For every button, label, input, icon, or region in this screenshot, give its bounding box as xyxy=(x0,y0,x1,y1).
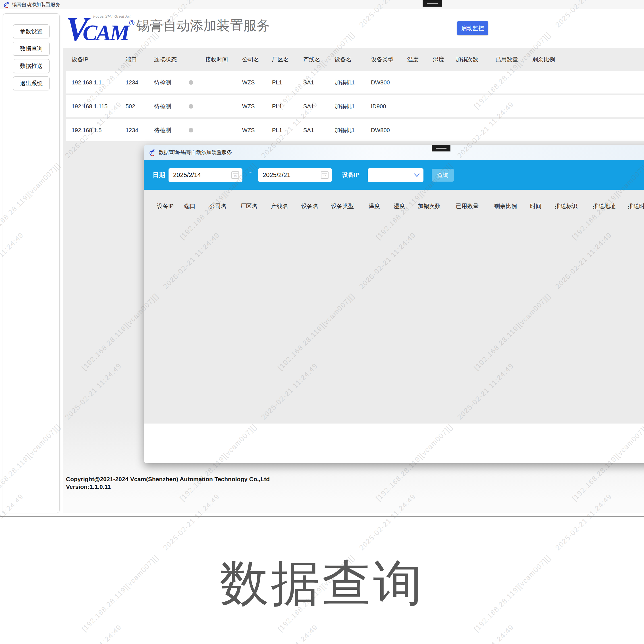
table-row[interactable]: 192.168.1.1 1234 待检测 WZS PL1 SA1 加锡机1 DW… xyxy=(66,71,644,94)
registered-mark-icon: ® xyxy=(129,18,134,27)
cell-company: WZS xyxy=(242,103,272,110)
query-toolbar: 日期 2025/2/14 - 2025/2/21 设备IP 查询 xyxy=(144,160,644,190)
cell-ip: 192.168.1.1 xyxy=(72,79,126,86)
cell-ip: 192.168.1.5 xyxy=(72,127,126,134)
date-to-value: 2025/2/21 xyxy=(263,171,321,179)
logo-tagline: Focus SMT Great Art xyxy=(93,14,131,18)
background-window: 数据查询 xyxy=(0,516,644,644)
sidebar-item-data-query[interactable]: 数据查询 xyxy=(13,42,50,56)
cell-port: 1234 xyxy=(126,79,154,86)
col-company: 公司名 xyxy=(242,56,272,63)
cell-type: DW800 xyxy=(371,127,407,134)
date-from-value: 2025/2/14 xyxy=(173,171,231,179)
cell-line: SA1 xyxy=(303,103,335,110)
version-text: Version:1.1.0.11 xyxy=(66,483,270,491)
qcol-used-amount: 已用数量 xyxy=(456,202,494,210)
query-button[interactable]: 查询 xyxy=(432,169,454,182)
cell-device: 加锡机1 xyxy=(335,79,371,86)
qcol-humidity: 湿度 xyxy=(394,202,418,210)
col-used-amount: 已用数量 xyxy=(495,56,532,63)
col-device-ip: 设备IP xyxy=(72,56,126,63)
cell-port: 1234 xyxy=(126,127,154,134)
col-conn-status: 连接状态 xyxy=(154,56,188,63)
sidebar-item-exit-system[interactable]: 退出系统 xyxy=(13,76,50,90)
qcol-remain-ratio: 剩余比例 xyxy=(494,202,530,210)
cell-type: DW800 xyxy=(371,79,407,86)
chevron-down-icon xyxy=(414,173,420,177)
cell-status: 待检测 xyxy=(154,79,188,86)
col-receive-time: 接收时间 xyxy=(205,56,242,63)
date-to-input[interactable]: 2025/2/21 xyxy=(258,168,332,182)
start-monitor-button[interactable]: 启动监控 xyxy=(457,21,488,35)
qcol-push-time: 推送时间 xyxy=(628,202,644,210)
header: VCAM® Focus SMT Great Art 锡膏自动添加装置服务 启动监… xyxy=(63,9,644,48)
col-temperature: 温度 xyxy=(407,56,433,63)
qcol-line: 产线名 xyxy=(271,202,301,210)
device-rows: 192.168.1.1 1234 待检测 WZS PL1 SA1 加锡机1 DW… xyxy=(66,71,644,141)
cell-device: 加锡机1 xyxy=(335,126,371,134)
cell-company: WZS xyxy=(242,79,272,86)
app-icon xyxy=(3,1,10,8)
table-row[interactable]: 192.168.1.5 1234 待检测 WZS PL1 SA1 加锡机1 DW… xyxy=(66,119,644,141)
calendar-icon[interactable] xyxy=(321,171,329,179)
main-titlebar[interactable]: 锡膏自动添加装置服务 xyxy=(0,0,644,9)
minimize-button[interactable] xyxy=(432,145,450,151)
data-query-window: 数据查询-锡膏自动添加装置服务 日期 2025/2/14 - 2025/2/21… xyxy=(144,145,644,463)
cell-company: WZS xyxy=(242,127,272,134)
col-device-name: 设备名 xyxy=(335,56,371,63)
status-dot-icon xyxy=(189,104,193,109)
cell-factory: PL1 xyxy=(272,79,303,86)
query-table-header: 设备IP 端口 公司名 厂区名 产线名 设备名 设备类型 温度 湿度 加锡次数 … xyxy=(144,190,644,210)
status-dot-icon xyxy=(189,80,193,85)
cell-factory: PL1 xyxy=(272,103,303,110)
qcol-time: 时间 xyxy=(530,202,555,210)
qcol-device-name: 设备名 xyxy=(301,202,331,210)
app-icon xyxy=(148,149,156,156)
page-title: 锡膏自动添加装置服务 xyxy=(136,17,270,35)
qcol-temperature: 温度 xyxy=(369,202,394,210)
cell-device: 加锡机1 xyxy=(335,103,371,110)
qcol-push-address: 推送地址 xyxy=(593,202,628,210)
sidebar-item-data-push[interactable]: 数据推送 xyxy=(13,59,50,73)
cell-ip: 192.168.1.115 xyxy=(72,103,126,110)
device-table-header: 设备IP 端口 连接状态 接收时间 公司名 厂区名 产线名 设备名 设备类型 温… xyxy=(63,48,644,71)
qcol-company: 公司名 xyxy=(209,202,240,210)
device-ip-label: 设备IP xyxy=(342,171,360,179)
sidebar-item-parameter-settings[interactable]: 参数设置 xyxy=(13,24,50,38)
cell-factory: PL1 xyxy=(272,127,303,134)
qcol-push-flag: 推送标识 xyxy=(555,202,593,210)
col-status-dot-spacer xyxy=(188,56,205,63)
col-device-type: 设备类型 xyxy=(371,56,407,63)
date-from-input[interactable]: 2025/2/14 xyxy=(169,168,242,182)
col-tin-count: 加锡次数 xyxy=(456,56,495,63)
qcol-device-type: 设备类型 xyxy=(331,202,369,210)
calendar-icon[interactable] xyxy=(231,171,239,179)
logo-letters-cam: CAM xyxy=(83,20,128,45)
minimize-icon xyxy=(436,148,446,149)
table-row[interactable]: 192.168.1.115 502 待检测 WZS PL1 SA1 加锡机1 I… xyxy=(66,95,644,117)
cell-status: 待检测 xyxy=(154,126,188,134)
qcol-tin-count: 加锡次数 xyxy=(418,202,456,210)
main-window-title: 锡膏自动添加装置服务 xyxy=(12,0,60,9)
col-factory: 厂区名 xyxy=(272,56,303,63)
query-window-footer xyxy=(144,423,644,463)
col-remain-ratio: 剩余比例 xyxy=(532,56,569,63)
date-label: 日期 xyxy=(153,171,165,179)
qcol-factory: 厂区名 xyxy=(240,202,271,210)
cell-status: 待检测 xyxy=(154,103,188,110)
cell-line: SA1 xyxy=(303,79,335,86)
background-window-big-text: 数据查询 xyxy=(220,551,424,644)
cell-type: ID900 xyxy=(371,103,407,110)
col-humidity: 湿度 xyxy=(433,56,456,63)
minimize-icon xyxy=(427,3,438,4)
date-range-separator: - xyxy=(246,168,255,177)
minimize-button[interactable] xyxy=(423,0,442,7)
query-window-titlebar[interactable]: 数据查询-锡膏自动添加装置服务 xyxy=(144,145,644,160)
device-ip-select[interactable] xyxy=(368,168,423,182)
query-window-title: 数据查询-锡膏自动添加装置服务 xyxy=(159,149,232,156)
copyright-text: Copyright@2021-2024 Vcam(Shenzhen) Autom… xyxy=(66,475,270,483)
cell-line: SA1 xyxy=(303,127,335,134)
col-line: 产线名 xyxy=(303,56,335,63)
col-port: 端口 xyxy=(126,56,154,63)
status-dot-icon xyxy=(189,128,193,132)
